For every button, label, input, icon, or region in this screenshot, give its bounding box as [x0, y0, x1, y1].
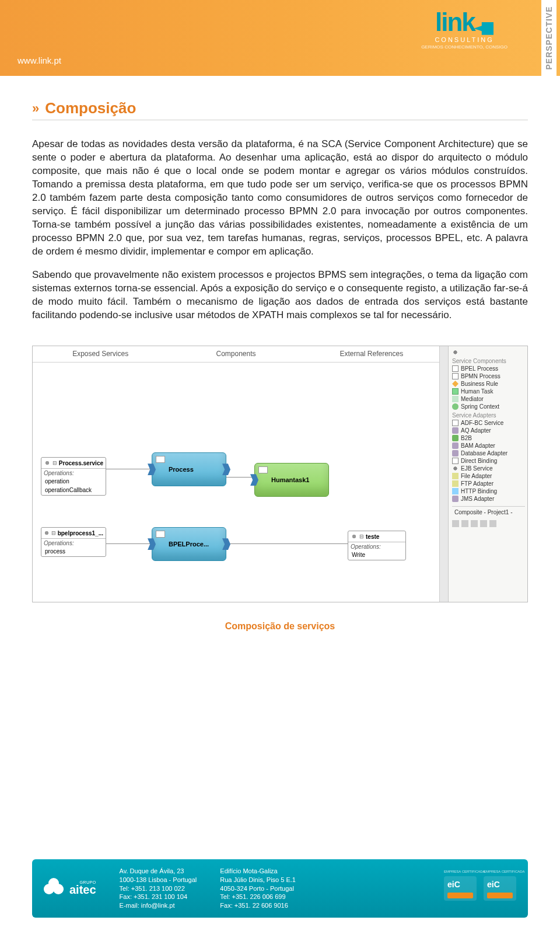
- palette-item-label: Mediator: [461, 396, 484, 402]
- palette-item-label: FTP Adapter: [461, 480, 494, 487]
- palette-item-b2b[interactable]: B2B: [452, 434, 525, 442]
- palette-item-label: B2B: [461, 435, 472, 441]
- paragraph-1: Apesar de todas as novidades desta versã…: [32, 138, 528, 258]
- adapter-icon: [452, 420, 459, 426]
- arrow-left-icon: [474, 22, 494, 35]
- component-bpel[interactable]: BPELProce...: [152, 527, 226, 561]
- palette-item-bpel[interactable]: BPEL Process: [452, 365, 525, 372]
- addr-line: E-mail: info@link.pt: [120, 901, 197, 910]
- addr-line: Fax: +351. 231 100 104: [120, 893, 197, 901]
- cert-label: EMPRESA CERTIFICADA: [444, 870, 477, 873]
- operations-label: Operations:: [41, 538, 106, 548]
- wire[interactable]: [222, 477, 256, 478]
- palette-item-bpmn[interactable]: BPMN Process: [452, 372, 525, 380]
- palette-item-humantask[interactable]: Human Task: [452, 388, 525, 395]
- palette-tab-label[interactable]: Composite - Project1 -: [452, 506, 525, 518]
- tab-icon[interactable]: [480, 520, 487, 527]
- collapse-icon[interactable]: ⊟: [359, 534, 364, 539]
- operations-label: Operations:: [348, 542, 405, 551]
- palette-item-label: AQ Adapter: [461, 427, 491, 434]
- external-reference-teste[interactable]: ⊟teste Operations: Write: [348, 531, 406, 560]
- component-process[interactable]: Process: [152, 452, 226, 486]
- palette-item-ftp[interactable]: FTP Adapter: [452, 480, 525, 487]
- section-title: Composição: [45, 99, 136, 117]
- palette-item-database[interactable]: Database Adapter: [452, 449, 525, 457]
- vertical-scrollbar[interactable]: [439, 346, 448, 602]
- palette-item-aq[interactable]: AQ Adapter: [452, 427, 525, 434]
- composite-editor: Exposed Services Components External Ref…: [32, 346, 528, 602]
- side-label-strip: PERSPECTIVE: [541, 0, 556, 76]
- cert-badge: EMPRESA CERTIFICADA: [484, 876, 516, 901]
- humantask-icon: [452, 388, 459, 395]
- brand-logo: link CONSULTING GERIMOS CONHECIMENTO, CO…: [421, 11, 508, 50]
- palette-item-rule[interactable]: Business Rule: [452, 380, 525, 388]
- palette-item-bam[interactable]: BAM Adapter: [452, 442, 525, 449]
- collapse-icon[interactable]: ⊟: [52, 460, 57, 466]
- component-humantask[interactable]: Humantask1: [254, 463, 329, 497]
- cert-badge-iso: EMPRESA CERTIFICADA: [444, 876, 477, 901]
- figure: Exposed Services Components External Ref…: [32, 346, 528, 632]
- page-content: » Composição Apesar de todas as novidade…: [0, 76, 560, 632]
- palette-item-mediator[interactable]: Mediator: [452, 395, 525, 403]
- port-out-icon[interactable]: [222, 538, 230, 550]
- canvas-column-headers: Exposed Services Components External Ref…: [33, 346, 439, 363]
- palette-item-label: BPMN Process: [461, 373, 501, 379]
- tab-icon[interactable]: [461, 520, 468, 527]
- bpel-icon: [156, 531, 165, 538]
- palette-item-label: HTTP Binding: [461, 488, 497, 494]
- exposed-service-bpel[interactable]: ⊟bpelprocess1_... Operations: process: [41, 527, 106, 557]
- operation-item[interactable]: process: [41, 548, 106, 556]
- operation-item[interactable]: Write: [348, 551, 405, 560]
- wire[interactable]: [222, 543, 348, 544]
- palette-group-label: Service Components: [452, 358, 525, 364]
- component-label: Process: [169, 466, 194, 473]
- port-in-icon[interactable]: [250, 474, 258, 486]
- palette-item-ejb[interactable]: EJB Service: [452, 465, 525, 472]
- component-label: BPELProce...: [169, 541, 209, 548]
- exposed-service-process[interactable]: ⊟Process.service Operations: operation o…: [41, 457, 106, 496]
- tab-icon[interactable]: [471, 520, 478, 527]
- palette-item-http[interactable]: HTTP Binding: [452, 487, 525, 495]
- wire[interactable]: [106, 543, 152, 544]
- operation-item[interactable]: operationCallback: [41, 486, 106, 495]
- logo-tagline: GERIMOS CONHECIMENTO, CONSIGO: [421, 44, 508, 50]
- operation-item[interactable]: operation: [41, 478, 106, 486]
- palette-item-label: Direct Binding: [461, 458, 497, 464]
- adapter-icon: [452, 465, 459, 472]
- palette-item-file[interactable]: File Adapter: [452, 472, 525, 480]
- palette-item-jms[interactable]: JMS Adapter: [452, 495, 525, 503]
- addr-line: 4050-324 Porto - Portugal: [220, 884, 296, 893]
- palette-item-spring[interactable]: Spring Context: [452, 403, 525, 410]
- port-in-icon[interactable]: [148, 463, 156, 475]
- operations-label: Operations:: [41, 468, 106, 478]
- composite-canvas[interactable]: Exposed Services Components External Ref…: [33, 346, 439, 602]
- port-out-icon[interactable]: [222, 463, 230, 475]
- port-in-icon[interactable]: [148, 538, 156, 550]
- adapter-icon: [452, 480, 459, 487]
- palette-item-direct[interactable]: Direct Binding: [452, 457, 525, 465]
- adapter-icon: [452, 458, 459, 464]
- paragraph-2: Sabendo que provavelmente não existem pr…: [32, 269, 528, 322]
- palette-item-adfbc[interactable]: ADF-BC Service: [452, 419, 525, 427]
- palette-item-label: EJB Service: [461, 465, 492, 472]
- header-banner: www.link.pt link CONSULTING GERIMOS CONH…: [0, 0, 560, 76]
- site-url[interactable]: www.link.pt: [18, 55, 61, 65]
- spring-icon: [452, 403, 459, 410]
- adapter-icon: [452, 427, 459, 434]
- footer-certifications: EMPRESA CERTIFICADA EMPRESA CERTIFICADA: [444, 876, 516, 901]
- wire[interactable]: [106, 469, 152, 469]
- collapse-icon[interactable]: ⊟: [51, 530, 56, 536]
- bpel-icon: [452, 365, 459, 372]
- gear-icon: [351, 533, 358, 540]
- addr-line: Av. Duque de Ávila, 23: [120, 867, 197, 876]
- adapter-icon: [452, 496, 459, 502]
- chevron-icon: »: [32, 101, 39, 116]
- humantask-icon: [258, 466, 268, 473]
- tab-icon[interactable]: [489, 520, 496, 527]
- tab-icon[interactable]: [452, 520, 459, 527]
- adapter-icon: [452, 435, 459, 441]
- logo-text: link: [435, 8, 475, 36]
- palette-item-label: Human Task: [461, 388, 493, 395]
- palette-tab-icons: [452, 520, 525, 527]
- palette-item-label: BAM Adapter: [461, 442, 495, 449]
